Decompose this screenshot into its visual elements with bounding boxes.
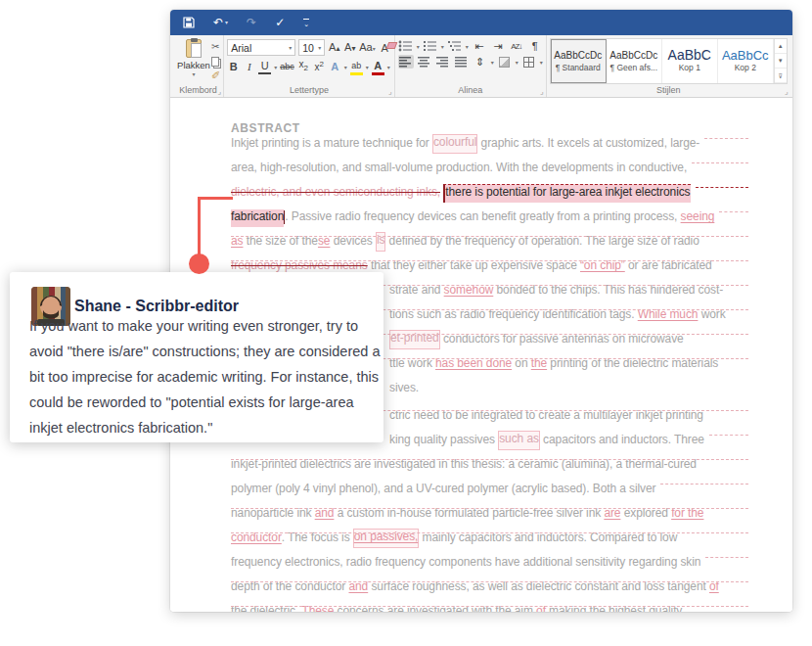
underline-button[interactable]: U xyxy=(258,59,271,74)
font-group: Arial▾ 10▾ A▴ A▾ Aa▾ A B I U▾ abc x2 x2 xyxy=(224,35,394,97)
body-text: king quality passives xyxy=(389,433,498,450)
grow-font-button[interactable]: A▴ xyxy=(328,40,340,56)
text-line: conductor. The focus is on passives, mai… xyxy=(231,524,748,548)
body-text: polymer (poly 4 vinyl phenol), and a UV-… xyxy=(231,482,655,499)
bullet-list-icon[interactable] xyxy=(398,39,414,53)
multilevel-list-icon[interactable] xyxy=(447,39,463,53)
pilcrow-icon[interactable]: ¶ xyxy=(527,39,543,53)
justify-button[interactable] xyxy=(454,55,470,69)
decrease-indent-icon[interactable]: ⇤ xyxy=(472,39,487,53)
tracked-change-dashed-line xyxy=(231,532,748,537)
save-icon[interactable] xyxy=(183,17,195,28)
text-line: fabrication. Passive radio frequency dev… xyxy=(231,203,748,227)
italic-button[interactable]: I xyxy=(243,60,255,73)
paste-dropdown-icon[interactable]: ▾ xyxy=(192,70,195,77)
cut-icon[interactable]: ✂ xyxy=(211,40,220,53)
style-name: ¶ Geen afs... xyxy=(609,63,657,72)
text-effects-button[interactable]: A xyxy=(329,60,341,73)
shading-icon[interactable] xyxy=(497,55,513,69)
editor-comment-card: Shane - Scribbr-editor If you want to ma… xyxy=(10,272,383,442)
clipboard-icon xyxy=(186,39,202,58)
style-card[interactable]: AaBbCKop 1 xyxy=(662,39,718,83)
paragraph-dialog-launcher[interactable]: ⌟ xyxy=(540,88,544,96)
font-name-select[interactable]: Arial▾ xyxy=(227,39,295,56)
tracked-change-dashed-line xyxy=(231,606,748,611)
align-right-button[interactable] xyxy=(435,55,451,69)
gallery-scroll-up-icon[interactable]: ▲ xyxy=(775,39,787,54)
font-size-select[interactable]: 10▾ xyxy=(298,39,325,56)
paragraph-group: ▾ ▾ ▾ ⇤ ⇥ AZ↓ ¶ ⇕▾ ▾ xyxy=(395,35,547,97)
style-card[interactable]: AaBbCcDc¶ Standaard xyxy=(551,39,607,83)
clipboard-group: Plakken ▾ ✂ ✐ Klembord ⌟ xyxy=(173,35,224,97)
sort-icon[interactable]: AZ↓ xyxy=(509,39,524,53)
paste-label: Plakken xyxy=(177,60,210,70)
boxed-insertion: on passives, xyxy=(353,529,420,548)
body-text: sives. xyxy=(389,381,419,398)
numbered-list-icon[interactable] xyxy=(423,39,438,53)
tracked-change-dashed-line xyxy=(660,484,748,488)
tracked-change-dashed-line xyxy=(692,162,748,167)
line-spacing-icon[interactable]: ⇕ xyxy=(473,55,488,69)
boxed-term: colourful xyxy=(432,134,477,154)
style-sample: AaBbCc xyxy=(722,50,769,61)
body-text: Inkjet printing is a mature technique fo… xyxy=(231,136,432,154)
body-text: graphic arts. It excels at customized, l… xyxy=(477,136,699,154)
borders-icon[interactable] xyxy=(521,55,537,69)
tracked-change-dashed-line xyxy=(231,508,748,513)
accept-revision-button[interactable]: ✓ xyxy=(275,17,285,28)
redo-button[interactable]: ↷ xyxy=(247,17,256,28)
comment-anchor-dot[interactable] xyxy=(189,254,209,274)
comment-connector-line xyxy=(198,197,233,200)
format-painter-icon[interactable]: ✐ xyxy=(211,69,220,82)
style-name: ¶ Standaard xyxy=(556,63,601,72)
text-line: the dielectric. These concerns are inves… xyxy=(231,597,748,612)
align-left-button[interactable] xyxy=(398,55,414,69)
style-sample: AaBbCcDc xyxy=(554,50,602,61)
copy-icon[interactable] xyxy=(211,55,220,68)
change-case-button[interactable]: Aa▾ xyxy=(359,40,375,56)
align-center-button[interactable] xyxy=(417,55,432,69)
gallery-scroll-down-icon[interactable]: ▼ xyxy=(775,54,787,69)
style-card[interactable]: AaBbCcKop 2 xyxy=(718,39,774,83)
tracked-change-dashed-line xyxy=(704,138,748,143)
clipboard-dialog-launcher[interactable]: ⌟ xyxy=(217,88,221,96)
style-gallery-scrollbar[interactable]: ▲ ▼ ⊽ xyxy=(774,39,787,83)
shrink-font-button[interactable]: A▾ xyxy=(343,40,356,56)
paragraph-group-label: Alinea xyxy=(398,84,543,97)
bold-button[interactable]: B xyxy=(227,60,240,73)
tracked-change-dashed-line xyxy=(696,187,748,192)
strikethrough-button[interactable]: abc xyxy=(280,60,294,73)
text-line: inkjet-printed dielectrics are investiga… xyxy=(231,450,748,475)
underline-dropdown-icon[interactable]: ▾ xyxy=(274,64,277,70)
font-color-button[interactable]: A xyxy=(372,59,384,75)
text-line: depth of the conductor and surface rough… xyxy=(231,573,748,597)
style-gallery: AaBbCcDc¶ StandaardAaBbCcDc¶ Geen afs...… xyxy=(551,39,774,83)
increase-indent-icon[interactable]: ⇥ xyxy=(490,39,506,53)
style-name: Kop 1 xyxy=(679,63,700,72)
tracked-change-dashed-line xyxy=(705,557,748,562)
style-name: Kop 2 xyxy=(735,63,756,72)
text-highlight-button[interactable]: ab xyxy=(350,59,363,75)
boxed-term: is xyxy=(376,232,385,252)
clear-formatting-button[interactable]: A xyxy=(379,41,391,55)
gallery-more-icon[interactable]: ⊽ xyxy=(775,69,787,83)
styles-dialog-launcher[interactable]: ⌟ xyxy=(785,88,789,96)
subscript-button[interactable]: x2 xyxy=(297,58,310,75)
undo-button[interactable]: ↶▾ xyxy=(213,17,228,28)
font-group-label: Lettertype xyxy=(227,84,390,97)
style-card[interactable]: AaBbCcDc¶ Geen afs... xyxy=(607,39,662,83)
tracked-change-dashed-line xyxy=(709,435,748,439)
customize-quick-access-icon[interactable]: ⌄ xyxy=(303,19,309,27)
title-bar: ↶▾ ↷ ✓ ⌄ xyxy=(170,10,792,35)
style-sample: AaBbC xyxy=(668,50,711,61)
text-line: polymer (poly 4 vinyl phenol), and a UV-… xyxy=(231,475,748,499)
tracked-change-dashed-line xyxy=(231,236,748,241)
comment-body-text: If you want to make your writing even st… xyxy=(29,313,382,440)
superscript-button[interactable]: x2 xyxy=(313,58,326,74)
font-dialog-launcher[interactable]: ⌟ xyxy=(388,88,392,96)
paste-button[interactable]: Plakken ▾ xyxy=(176,37,211,84)
text-line: nanoparticle ink and a custom in-house f… xyxy=(231,499,748,524)
clipboard-group-label: Klembord xyxy=(176,84,220,97)
text-line: frequency electronics, radio frequency c… xyxy=(231,548,748,573)
comment-highlight: fabrication xyxy=(231,209,284,227)
